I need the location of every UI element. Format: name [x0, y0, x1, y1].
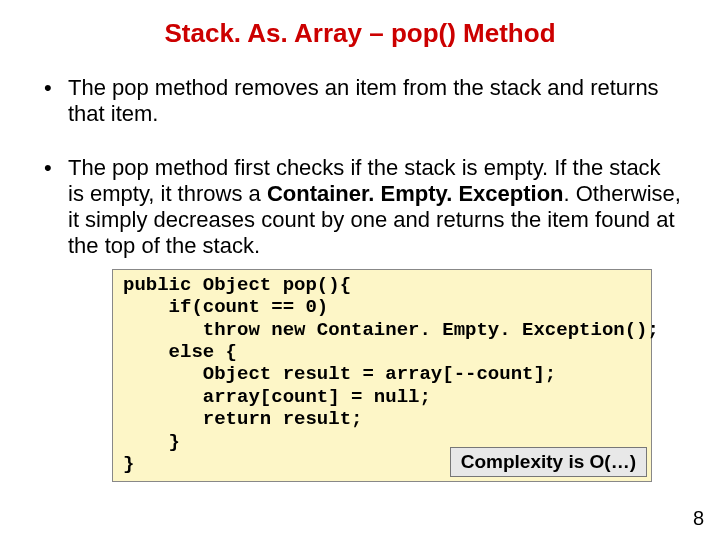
bullet-text-bold: Container. Empty. Exception: [267, 181, 564, 206]
bullet-item: The pop method removes an item from the …: [68, 75, 682, 127]
bullet-text: The pop method removes an item from the …: [68, 75, 659, 126]
code-line: if(count == 0): [123, 296, 328, 318]
code-line: public Object pop(){: [123, 274, 351, 296]
code-line: array[count] = null;: [123, 386, 431, 408]
complexity-box: Complexity is O(…): [450, 447, 647, 477]
code-line: }: [123, 431, 180, 453]
page-number: 8: [693, 507, 704, 530]
code-line: else {: [123, 341, 237, 363]
bullet-item: The pop method first checks if the stack…: [68, 155, 682, 259]
code-line: return result;: [123, 408, 362, 430]
code-line: Object result = array[--count];: [123, 363, 556, 385]
code-line: throw new Container. Empty. Exception();: [123, 319, 659, 341]
code-line: }: [123, 453, 134, 475]
slide-title: Stack. As. Array – pop() Method: [38, 18, 682, 49]
bullet-list: The pop method removes an item from the …: [38, 75, 682, 259]
code-block: public Object pop(){ if(count == 0) thro…: [112, 269, 652, 483]
